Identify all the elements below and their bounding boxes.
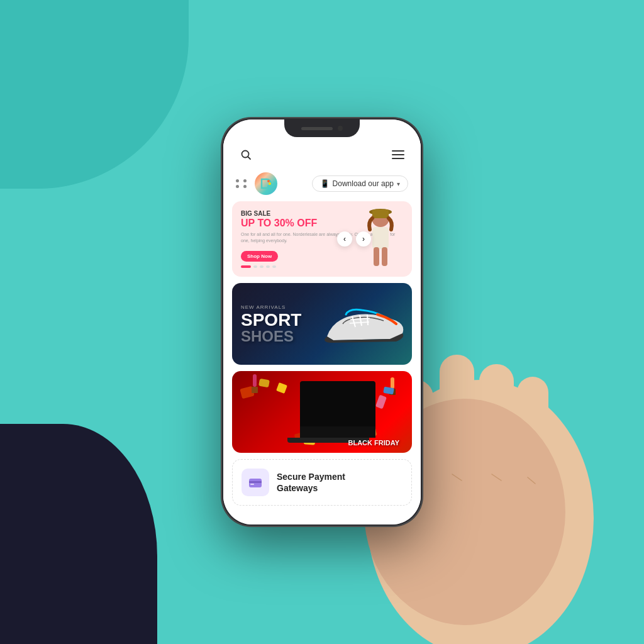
notch-speaker — [301, 127, 333, 130]
hamburger-icon — [392, 150, 404, 159]
download-app-label: Download our app — [333, 179, 394, 188]
sport-text: NEW ARRIVALS SPORT SHOES — [232, 297, 310, 352]
dot-2 — [253, 265, 257, 268]
svg-rect-20 — [374, 247, 379, 266]
sport-title-2: SHOES — [241, 329, 301, 344]
notch-camera — [338, 126, 343, 131]
svg-point-14 — [269, 182, 271, 185]
payment-icon — [242, 469, 269, 496]
shop-now-button[interactable]: Shop Now — [241, 251, 278, 262]
scene: 📱 Download our app ▾ BIG SALE UP TO 30% … — [0, 0, 644, 644]
payment-title: Secure Payment Gateways — [277, 471, 345, 494]
laptop-banner: BLACK FRIDAY — [232, 371, 412, 453]
dot-5 — [272, 265, 276, 268]
top-bar — [223, 137, 421, 170]
svg-point-15 — [267, 185, 270, 187]
download-app-button[interactable]: 📱 Download our app ▾ — [312, 175, 408, 192]
logo-bar: 📱 Download our app ▾ — [223, 170, 421, 201]
float-item-2 — [258, 379, 270, 388]
search-button[interactable] — [236, 145, 256, 165]
phone: 📱 Download our app ▾ BIG SALE UP TO 30% … — [221, 118, 423, 526]
phone-screen: 📱 Download our app ▾ BIG SALE UP TO 30% … — [223, 119, 421, 525]
svg-rect-32 — [249, 481, 262, 483]
svg-rect-28 — [252, 387, 258, 393]
svg-rect-19 — [372, 227, 389, 249]
carousel-prev-button[interactable]: ‹ — [337, 231, 352, 247]
svg-rect-30 — [389, 389, 396, 395]
phone-outer: 📱 Download our app ▾ BIG SALE UP TO 30% … — [221, 118, 423, 526]
svg-rect-29 — [391, 377, 394, 389]
laptop-visual — [281, 381, 375, 443]
dot-4 — [266, 265, 270, 268]
phone-inner: 📱 Download our app ▾ BIG SALE UP TO 30% … — [223, 119, 421, 525]
carousel-next-button[interactable]: › — [356, 231, 371, 247]
svg-rect-18 — [372, 209, 389, 218]
svg-rect-33 — [250, 484, 254, 485]
svg-line-12 — [248, 157, 251, 160]
scroll-content: BIG SALE UP TO 30% OFF One for all and a… — [223, 201, 421, 525]
float-item-1 — [240, 386, 255, 399]
hero-banner: BIG SALE UP TO 30% OFF One for all and a… — [232, 201, 412, 277]
dots-grid-icon — [236, 179, 248, 188]
svg-line-24 — [367, 314, 368, 325]
bg-blob-dark — [0, 424, 157, 644]
chevron-down-icon: ▾ — [397, 180, 400, 187]
sport-title-1: SPORT — [241, 311, 301, 329]
payment-section: Secure Payment Gateways — [232, 459, 412, 506]
sport-shoes-banner: NEW ARRIVALS SPORT SHOES — [232, 283, 412, 365]
notch — [284, 119, 360, 137]
new-arrivals-label: NEW ARRIVALS — [241, 304, 301, 310]
bg-blob-top — [0, 0, 189, 189]
mobile-icon: 📱 — [320, 179, 330, 188]
logo-icon — [255, 172, 277, 195]
dot-3 — [260, 265, 264, 268]
black-friday-label: BLACK FRIDAY — [348, 439, 400, 447]
dot-active — [241, 265, 251, 268]
svg-rect-27 — [253, 374, 257, 387]
shoe-image — [314, 292, 409, 355]
svg-rect-21 — [382, 247, 387, 266]
laptop-content: BLACK FRIDAY — [232, 371, 412, 453]
menu-button[interactable] — [388, 145, 408, 165]
float-item-3 — [375, 395, 387, 409]
svg-point-13 — [267, 180, 270, 182]
svg-point-11 — [242, 151, 249, 158]
